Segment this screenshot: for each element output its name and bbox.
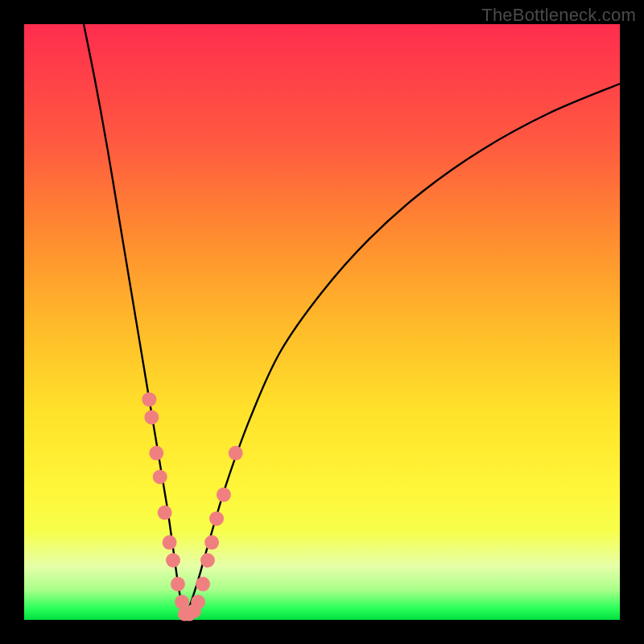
sample-marker bbox=[149, 446, 163, 460]
watermark-label: TheBottleneck.com bbox=[481, 5, 636, 26]
sample-marker bbox=[217, 488, 231, 502]
plot-area bbox=[24, 24, 620, 620]
chart-frame: TheBottleneck.com bbox=[0, 0, 644, 644]
sample-marker bbox=[171, 577, 185, 592]
bottleneck-curve-svg bbox=[24, 24, 620, 620]
sample-marker bbox=[142, 392, 156, 407]
sample-marker bbox=[153, 469, 167, 484]
sample-marker bbox=[166, 553, 180, 568]
sample-marker bbox=[229, 446, 243, 460]
sample-marker bbox=[163, 535, 177, 550]
sample-marker bbox=[200, 553, 215, 568]
sample-marker bbox=[144, 410, 159, 424]
curve-left-branch bbox=[84, 24, 185, 620]
curve-right-branch bbox=[185, 84, 620, 620]
sample-marker bbox=[158, 506, 172, 520]
sample-marker bbox=[209, 511, 224, 526]
sample-marker bbox=[191, 595, 205, 609]
sample-marker bbox=[204, 535, 219, 550]
sample-markers bbox=[142, 392, 242, 621]
sample-marker bbox=[196, 577, 210, 592]
